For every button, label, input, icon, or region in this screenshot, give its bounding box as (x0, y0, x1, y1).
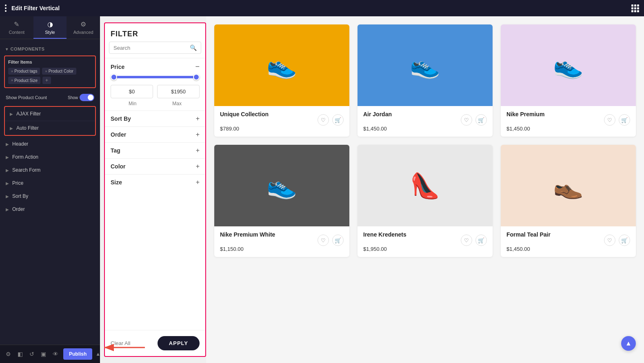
tag-product-tags[interactable]: × Product tags (8, 68, 40, 75)
product-info: Nike Premium ♡ 🛒 $1,450.00 (501, 106, 636, 137)
product-info: Formal Teal Pair ♡ 🛒 $1,450.00 (501, 226, 636, 257)
nav-sort-by[interactable]: ▶ Sort By (0, 190, 100, 203)
remove-tag-icon[interactable]: × (45, 69, 47, 73)
cart-button[interactable]: 🛒 (332, 235, 344, 246)
scroll-top-button[interactable]: ▲ (621, 336, 636, 351)
price-collapse-icon[interactable]: − (195, 62, 200, 71)
slider-thumb-right[interactable] (193, 74, 200, 80)
sidebar-bottom: ⚙ ◧ ↺ ▣ 👁 Publish ▲ (0, 345, 100, 363)
product-card: 👟 Unique Collection ♡ 🛒 $789.00 (214, 24, 349, 137)
wishlist-button[interactable]: ♡ (318, 114, 329, 126)
product-name: Nike Premium (506, 111, 544, 117)
content-icon: ✎ (14, 20, 19, 28)
filter-items-box: Filter Items × Product tags × Product Co… (4, 55, 96, 88)
price-inputs: $0 $1950 (111, 85, 200, 98)
tab-advanced[interactable]: ⚙ Advanced (67, 16, 100, 39)
clear-all-button[interactable]: Clear All (111, 340, 130, 346)
publish-button[interactable]: Publish (63, 348, 92, 360)
price-min-input[interactable]: $0 (111, 85, 153, 98)
ajax-filter-item[interactable]: ▶ AJAX Filter (5, 107, 95, 121)
product-price: $1,450.00 (506, 126, 630, 132)
style-icon: ◑ (47, 20, 53, 28)
product-image: 👟 (214, 145, 349, 226)
cart-button[interactable]: 🛒 (619, 114, 630, 126)
wishlist-button[interactable]: ♡ (461, 235, 472, 246)
apply-button[interactable]: APPLY (158, 336, 200, 350)
cart-button[interactable]: 🛒 (475, 114, 487, 126)
tag-product-size[interactable]: × Product Size (8, 77, 40, 84)
show-product-count-row: Show Product Count Show (0, 91, 100, 104)
product-name: Formal Teal Pair (506, 231, 551, 238)
chevron-right-icon: ▶ (6, 181, 9, 186)
filter-title: FILTER (105, 23, 205, 42)
filter-search-box: 🔍 (109, 42, 201, 54)
remove-tag-icon[interactable]: × (11, 69, 13, 73)
filter-footer: Clear All APPLY (105, 330, 205, 356)
price-slider[interactable] (111, 76, 200, 78)
auto-filter-item[interactable]: ▶ Auto Filter (5, 121, 95, 135)
product-name: Air Jordan (363, 111, 392, 117)
show-product-count-toggle[interactable] (80, 94, 94, 101)
product-image: 👞 (501, 145, 636, 226)
eye-icon[interactable]: 👁 (51, 349, 60, 359)
search-input[interactable] (113, 45, 187, 51)
product-info: Unique Collection ♡ 🛒 $789.00 (214, 106, 349, 137)
product-price: $1,450.00 (363, 126, 487, 132)
tab-style-label: Style (45, 30, 55, 35)
product-area: 👟 Unique Collection ♡ 🛒 $789.00 👟 Air Jo… (206, 16, 644, 363)
slider-thumb-left[interactable] (111, 74, 117, 80)
cart-button[interactable]: 🛒 (332, 114, 344, 126)
price-label: Price (111, 64, 124, 70)
tab-content[interactable]: ✎ Content (0, 16, 33, 39)
grid-icon[interactable] (631, 4, 639, 12)
remove-tag-icon[interactable]: × (11, 78, 13, 82)
wishlist-button[interactable]: ♡ (604, 114, 615, 126)
color-expand-icon[interactable]: + (196, 163, 200, 170)
nav-header[interactable]: ▶ Header (0, 137, 100, 151)
nav-price[interactable]: ▶ Price (0, 177, 100, 190)
filter-section-tag: Tag + (105, 142, 205, 158)
collapse-handle[interactable]: ‹ (205, 184, 206, 196)
filter-tags: × Product tags × Product Color × Product… (8, 68, 92, 84)
product-image: 👟 (214, 24, 349, 106)
chevron-right-icon: ▶ (6, 194, 9, 199)
cart-button[interactable]: 🛒 (475, 235, 487, 246)
tag-expand-icon[interactable]: + (196, 147, 200, 154)
tag-product-color[interactable]: × Product Color (42, 68, 76, 75)
add-tag-button[interactable]: + (42, 77, 51, 84)
template-icon[interactable]: ▣ (39, 349, 48, 359)
product-info: Nike Premium White ♡ 🛒 $1,150.00 (214, 226, 349, 257)
product-grid: 👟 Unique Collection ♡ 🛒 $789.00 👟 Air Jo… (214, 24, 636, 257)
cart-button[interactable]: 🛒 (619, 235, 630, 246)
product-name: Unique Collection (220, 111, 269, 117)
settings-icon[interactable]: ⚙ (4, 349, 13, 359)
order-expand-icon[interactable]: + (196, 131, 200, 138)
publish-chevron-icon[interactable]: ▲ (95, 351, 100, 357)
wishlist-button[interactable]: ♡ (604, 235, 615, 246)
product-card: 👠 Irene Kredenets ♡ 🛒 $1,950.00 (358, 145, 493, 257)
tab-style[interactable]: ◑ Style (33, 16, 67, 39)
product-price: $1,450.00 (506, 246, 630, 252)
chevron-right-icon: ▶ (6, 207, 9, 212)
chevron-right-icon: ▶ (10, 112, 13, 116)
nav-form-action[interactable]: ▶ Form Action (0, 151, 100, 164)
top-bar: Edit Filter Vertical (0, 0, 644, 16)
filter-section-order: Order + (105, 126, 205, 142)
tab-advanced-label: Advanced (73, 30, 93, 35)
product-image: 👟 (358, 24, 493, 106)
wishlist-button[interactable]: ♡ (461, 114, 472, 126)
layers-icon[interactable]: ◧ (16, 349, 24, 359)
menu-dots[interactable] (5, 4, 7, 12)
product-card: 👟 Nike Premium ♡ 🛒 $1,450.00 (501, 24, 636, 137)
history-icon[interactable]: ↺ (28, 349, 36, 359)
nav-search-form[interactable]: ▶ Search Form (0, 164, 100, 177)
chevron-right-icon: ▶ (6, 155, 9, 159)
advanced-icon: ⚙ (80, 20, 86, 28)
product-name: Nike Premium White (220, 231, 275, 238)
nav-order[interactable]: ▶ Order (0, 203, 100, 216)
price-max-input[interactable]: $1950 (157, 85, 200, 98)
chevron-right-icon: ▶ (10, 126, 13, 131)
sortby-expand-icon[interactable]: + (196, 115, 200, 122)
wishlist-button[interactable]: ♡ (318, 235, 329, 246)
size-expand-icon[interactable]: + (196, 179, 200, 186)
